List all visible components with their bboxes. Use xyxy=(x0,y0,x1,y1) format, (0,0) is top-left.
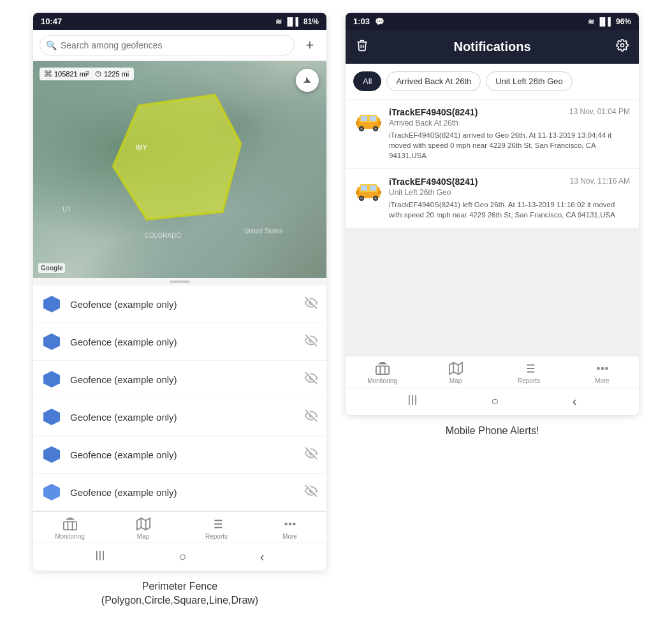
add-geofence-button[interactable]: + xyxy=(300,35,320,55)
left-caption: Perimeter Fence (Polygon,Circle,Square,L… xyxy=(101,579,258,608)
monitoring-icon-right xyxy=(376,361,390,375)
nav-map[interactable]: Map xyxy=(106,517,180,540)
caption-right: Mobile Phone Alerts! xyxy=(446,425,539,436)
geofence-label: Geofence (example only) xyxy=(70,299,305,310)
eye-off-icon[interactable] xyxy=(305,296,318,312)
svg-point-65 xyxy=(606,368,608,370)
svg-rect-51 xyxy=(376,367,388,375)
notif-content-2: iTrackEF4940S(8241) 13 Nov, 11:16 AM Uni… xyxy=(389,177,630,220)
svg-point-63 xyxy=(597,368,599,370)
status-icons-left: ≋ ▐▌▌ 81% xyxy=(275,17,319,26)
compass-button[interactable]: ➤ xyxy=(296,69,319,92)
android-back-right[interactable]: ‹ xyxy=(573,394,577,409)
map-icon xyxy=(136,517,150,531)
search-input[interactable] xyxy=(40,35,295,55)
notification-item[interactable]: iTrackEF4940S(8241) 13 Nov, 01:04 PM Arr… xyxy=(346,99,639,169)
nav-more-right[interactable]: More xyxy=(566,361,639,384)
more-icon xyxy=(283,517,297,531)
nav-more-label: More xyxy=(282,533,297,540)
monitoring-icon xyxy=(63,517,77,531)
wifi-icon: ≋ xyxy=(275,17,282,26)
nav-monitoring[interactable]: Monitoring xyxy=(33,517,106,540)
search-container[interactable]: 🔍 xyxy=(40,35,295,55)
nav-monitoring-label: Monitoring xyxy=(55,533,85,540)
svg-marker-7 xyxy=(43,371,60,388)
scroll-dot xyxy=(170,280,190,283)
geofence-label: Geofence (example only) xyxy=(70,337,305,347)
notif-body-2: iTrackEF4940S(8241) left Geo 26th. At 11… xyxy=(389,200,630,220)
android-recent-right[interactable]: ||| xyxy=(408,394,418,409)
list-item[interactable]: Geofence (example only) xyxy=(33,398,326,436)
distance-stat: 1225 mi xyxy=(94,70,129,78)
nav-reports[interactable]: Reports xyxy=(180,517,253,540)
filter-all[interactable]: All xyxy=(353,71,381,91)
settings-icon[interactable] xyxy=(616,39,629,55)
filter-arrived[interactable]: Arrived Back At 26th xyxy=(386,71,481,91)
wifi-icon-right: ≋ xyxy=(588,17,594,26)
svg-marker-18 xyxy=(136,518,149,530)
map-label-us: United States xyxy=(244,228,282,235)
list-item[interactable]: Geofence (example only) xyxy=(33,361,326,398)
notif-device-1: iTrackEF4940S(8241) xyxy=(389,107,478,117)
svg-marker-5 xyxy=(43,333,60,350)
svg-rect-15 xyxy=(63,521,76,530)
notification-item[interactable]: iTrackEF4940S(8241) 13 Nov, 11:16 AM Uni… xyxy=(346,169,639,228)
google-logo: Google xyxy=(38,263,65,273)
car-icon-1 xyxy=(354,107,383,135)
notif-top-2: iTrackEF4940S(8241) 13 Nov, 11:16 AM xyxy=(389,177,630,187)
notif-body-1: iTrackEF4940S(8241) arrived to Geo 26th.… xyxy=(389,130,630,161)
nav-reports-right[interactable]: Reports xyxy=(492,361,566,384)
right-caption: Mobile Phone Alerts! xyxy=(446,424,539,438)
list-item[interactable]: Geofence (example only) xyxy=(33,474,326,511)
list-item[interactable]: Geofence (example only) xyxy=(33,436,326,474)
map-label-ut: UT xyxy=(62,206,71,213)
android-home-left[interactable]: ○ xyxy=(179,549,186,564)
nav-map-right[interactable]: Map xyxy=(419,361,492,384)
trash-icon[interactable] xyxy=(356,39,369,55)
left-phone: 10:47 ≋ ▐▌▌ 81% 🔍 + xyxy=(33,13,326,571)
geofence-icon xyxy=(42,483,61,502)
area-stat: 105821 mi² xyxy=(45,70,89,78)
filter-tabs: All Arrived Back At 26th Unit Left 26th … xyxy=(346,64,639,99)
reports-icon-right xyxy=(522,361,536,375)
android-back-left[interactable]: ‹ xyxy=(260,549,265,564)
signal-icon-right: ▐▌▌ xyxy=(597,17,613,26)
svg-point-27 xyxy=(285,523,287,525)
notification-list: iTrackEF4940S(8241) 13 Nov, 01:04 PM Arr… xyxy=(346,99,639,228)
right-phone: 1:03 💬 ≋ ▐▌▌ 96% Notifications xyxy=(346,13,639,415)
svg-rect-39 xyxy=(356,121,359,125)
svg-marker-11 xyxy=(43,446,60,463)
android-recent-left[interactable]: ||| xyxy=(96,549,105,564)
notif-content-1: iTrackEF4940S(8241) 13 Nov, 01:04 PM Arr… xyxy=(389,107,630,161)
svg-point-37 xyxy=(360,127,363,130)
svg-rect-49 xyxy=(356,191,359,194)
nav-monitoring-label-right: Monitoring xyxy=(367,377,397,384)
search-bar: 🔍 + xyxy=(33,30,326,61)
eye-off-icon[interactable] xyxy=(305,372,318,388)
map-area[interactable]: WY United States COLORADO UT ➤ 105821 mi… xyxy=(33,61,326,278)
list-item[interactable]: Geofence (example only) xyxy=(33,286,326,323)
eye-off-icon[interactable] xyxy=(305,334,318,350)
android-home-right[interactable]: ○ xyxy=(491,394,499,409)
eye-off-icon[interactable] xyxy=(305,484,318,500)
svg-marker-3 xyxy=(43,296,60,312)
svg-marker-0 xyxy=(113,95,240,219)
nav-more[interactable]: More xyxy=(253,517,326,540)
svg-rect-43 xyxy=(361,186,367,191)
eye-off-icon[interactable] xyxy=(305,409,318,425)
notifications-header: Notifications xyxy=(346,30,639,64)
notifications-title: Notifications xyxy=(453,40,530,54)
notif-event-1: Arrived Back At 26th xyxy=(389,119,630,127)
time-left: 10:47 xyxy=(41,17,62,26)
empty-area xyxy=(346,228,639,356)
reports-icon xyxy=(210,517,224,531)
notif-top-1: iTrackEF4940S(8241) 13 Nov, 01:04 PM xyxy=(389,107,630,117)
list-item[interactable]: Geofence (example only) xyxy=(33,323,326,361)
filter-unit-left[interactable]: Unit Left 26th Geo xyxy=(486,71,573,91)
svg-point-29 xyxy=(293,523,295,525)
map-stats: 105821 mi² 1225 mi xyxy=(40,68,134,80)
svg-marker-54 xyxy=(449,363,462,374)
battery-left: 81% xyxy=(303,17,319,26)
nav-monitoring-right[interactable]: Monitoring xyxy=(346,361,419,384)
eye-off-icon[interactable] xyxy=(305,447,318,463)
